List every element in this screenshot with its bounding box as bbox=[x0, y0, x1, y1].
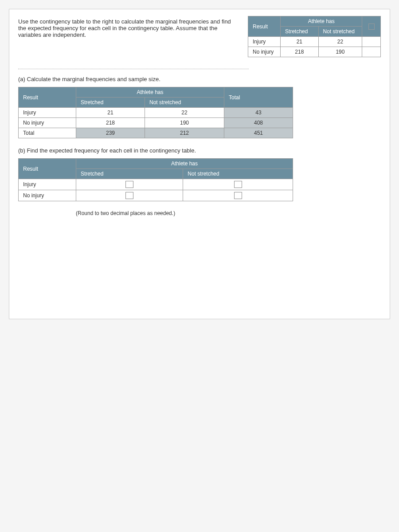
injury-label: Injury bbox=[248, 37, 281, 47]
reference-table-wrapper: Result Athlete has Stretched Not stretch… bbox=[248, 16, 381, 66]
result-header: Result bbox=[19, 159, 76, 179]
rounding-note: (Round to two decimal places as needed.) bbox=[76, 210, 381, 216]
reference-table: Result Athlete has Stretched Not stretch… bbox=[248, 16, 381, 57]
table-row: No injury bbox=[19, 190, 293, 201]
no-injury-label: No injury bbox=[19, 190, 76, 201]
table-row: No injury 218 190 bbox=[248, 47, 381, 57]
answer-input[interactable] bbox=[125, 181, 133, 188]
injury-label: Injury bbox=[19, 108, 76, 118]
athlete-header: Athlete has bbox=[76, 87, 224, 98]
data-cell: 218 bbox=[281, 47, 319, 57]
empty-cell bbox=[362, 37, 381, 47]
not-stretched-header: Not stretched bbox=[318, 27, 362, 37]
grand-total-cell: 451 bbox=[224, 128, 293, 138]
total-cell: 408 bbox=[224, 118, 293, 128]
part-a-label: (a) Calculate the marginal frequencies a… bbox=[18, 76, 381, 82]
expand-icon[interactable] bbox=[368, 23, 375, 30]
stretched-header: Stretched bbox=[281, 27, 319, 37]
table-row: Injury 21 22 bbox=[248, 37, 381, 47]
table-row: Injury 21 22 43 bbox=[19, 108, 293, 118]
input-cell[interactable] bbox=[76, 190, 183, 201]
answer-input[interactable] bbox=[125, 192, 133, 199]
stretched-header: Stretched bbox=[76, 98, 145, 108]
table-row: Injury bbox=[19, 179, 293, 190]
injury-label: Injury bbox=[19, 179, 76, 190]
icon-header[interactable] bbox=[362, 16, 381, 37]
athlete-header: Athlete has bbox=[76, 159, 293, 169]
no-injury-label: No injury bbox=[248, 47, 281, 57]
data-cell: 190 bbox=[145, 118, 224, 128]
data-cell: 21 bbox=[281, 37, 319, 47]
total-header: Total bbox=[224, 87, 293, 108]
expected-table: Result Athlete has Stretched Not stretch… bbox=[18, 158, 293, 201]
answer-input[interactable] bbox=[234, 192, 242, 199]
total-cell: 43 bbox=[224, 108, 293, 118]
table-header-row: Result Athlete has Total bbox=[19, 87, 293, 98]
not-stretched-header: Not stretched bbox=[145, 98, 224, 108]
top-section: Use the contingency table to the right t… bbox=[18, 18, 381, 66]
problem-container: Use the contingency table to the right t… bbox=[9, 9, 390, 319]
not-stretched-header: Not stretched bbox=[183, 169, 293, 179]
total-label: Total bbox=[19, 128, 76, 138]
total-cell: 239 bbox=[76, 128, 145, 138]
table-header-row: Result Athlete has bbox=[19, 159, 293, 169]
empty-cell bbox=[362, 47, 381, 57]
part-b-label: (b) Find the expected frequency for each… bbox=[18, 147, 381, 154]
input-cell[interactable] bbox=[183, 179, 293, 190]
athlete-header: Athlete has bbox=[281, 16, 362, 27]
result-header: Result bbox=[248, 16, 281, 37]
input-cell[interactable] bbox=[76, 179, 183, 190]
table-header-row: Result Athlete has bbox=[248, 16, 381, 27]
result-header: Result bbox=[19, 87, 76, 108]
table-row: No injury 218 190 408 bbox=[19, 118, 293, 128]
answer-input[interactable] bbox=[234, 181, 242, 188]
data-cell: 22 bbox=[318, 37, 362, 47]
total-row: Total 239 212 451 bbox=[19, 128, 293, 138]
section-divider bbox=[18, 69, 249, 69]
intro-text: Use the contingency table to the right t… bbox=[18, 18, 235, 38]
no-injury-label: No injury bbox=[19, 118, 76, 128]
marginal-table: Result Athlete has Total Stretched Not s… bbox=[18, 87, 293, 138]
stretched-header: Stretched bbox=[76, 169, 183, 179]
data-cell: 190 bbox=[318, 47, 362, 57]
data-cell: 21 bbox=[76, 108, 145, 118]
data-cell: 22 bbox=[145, 108, 224, 118]
total-cell: 212 bbox=[145, 128, 224, 138]
data-cell: 218 bbox=[76, 118, 145, 128]
input-cell[interactable] bbox=[183, 190, 293, 201]
